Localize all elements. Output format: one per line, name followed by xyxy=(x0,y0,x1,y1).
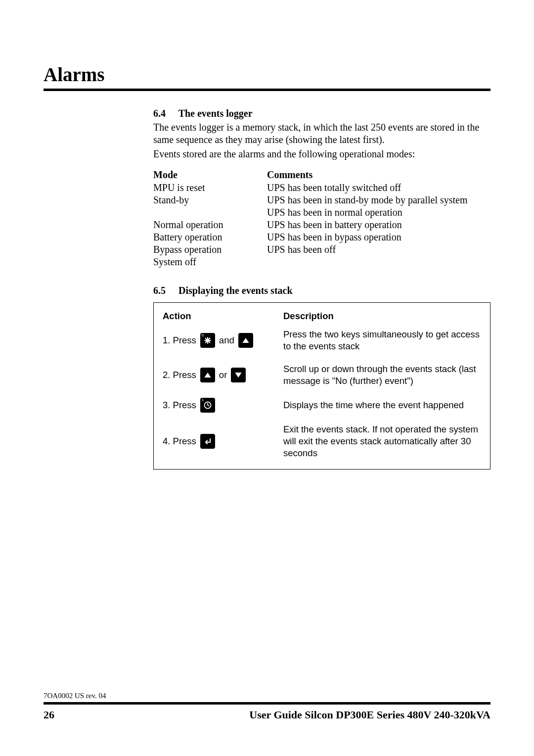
mode-cell: MPU is reset xyxy=(153,182,267,194)
comment-cell: UPS has been in stand-by mode by paralle… xyxy=(267,194,490,206)
table-row: 3. Press 1 Displays the time where the e… xyxy=(163,398,481,413)
down-key-icon xyxy=(231,368,246,382)
enter-key-icon xyxy=(200,434,215,449)
comment-cell: UPS has been in battery operation xyxy=(267,219,490,231)
header-rule xyxy=(44,89,490,91)
action-label: 4. Press xyxy=(163,436,196,447)
page: Alarms 6.4 The events logger The events … xyxy=(0,0,534,756)
section-number: 6.5 xyxy=(153,285,176,296)
mode-cell xyxy=(153,206,267,219)
description-col-header: Description xyxy=(283,311,481,322)
comment-cell: UPS has been in bypass operation xyxy=(267,231,490,243)
svg-line-9 xyxy=(208,405,209,406)
section-6-5-heading: 6.5 Displaying the events stack xyxy=(153,285,490,296)
comment-cell: UPS has been off xyxy=(267,243,490,256)
comment-cell: UPS has been in normal operation xyxy=(267,206,490,219)
table-row: 1. Press 0 and Press the two keys simult… xyxy=(163,329,481,352)
section-6-4-heading: 6.4 The events logger xyxy=(153,108,490,119)
description-cell: Press the two keys simultaneously to get… xyxy=(283,329,481,352)
doc-revision: 7OA0002 US rev. 04 xyxy=(44,692,490,700)
asterisk-0-key-icon: 0 xyxy=(200,333,215,348)
events-stack-table: Action Description 1. Press 0 and xyxy=(153,302,490,470)
table-row: 2. Press or Scroll up or down through th… xyxy=(163,363,481,387)
section-6-4-para2: Events stored are the alarms and the fol… xyxy=(153,148,490,160)
chapter-title: Alarms xyxy=(44,63,490,86)
comment-cell: UPS has been totally switched off xyxy=(267,182,490,194)
conj: and xyxy=(219,335,234,346)
section-title: Displaying the events stack xyxy=(178,285,293,296)
page-footer: 7OA0002 US rev. 04 26 User Guide Silcon … xyxy=(44,692,490,721)
section-title: The events logger xyxy=(178,108,253,119)
action-label: 1. Press xyxy=(163,335,196,346)
footer-rule xyxy=(44,702,490,705)
mode-cell: Normal operation xyxy=(153,219,267,231)
action-label: 3. Press xyxy=(163,400,196,411)
action-label: 2. Press xyxy=(163,370,196,380)
body-content: 6.4 The events logger The events logger … xyxy=(153,108,490,470)
svg-marker-6 xyxy=(235,373,242,378)
mode-cell: Bypass operation xyxy=(153,243,267,256)
up-key-icon xyxy=(200,368,215,382)
conj: or xyxy=(219,370,227,380)
mode-col-header: Mode xyxy=(153,169,267,181)
comments-col-header: Comments xyxy=(267,169,490,181)
section-number: 6.4 xyxy=(153,108,176,119)
up-key-icon xyxy=(238,333,253,348)
mode-table: Mode MPU is reset Stand-by Normal operat… xyxy=(153,169,490,268)
action-col-header: Action xyxy=(163,311,283,322)
mode-cell: System off xyxy=(153,256,267,268)
section-6-4-para1: The events logger is a memory stack, in … xyxy=(153,121,490,146)
svg-marker-5 xyxy=(204,373,211,378)
description-cell: Exit the events stack. If not operated t… xyxy=(283,424,481,459)
clock-1-key-icon: 1 xyxy=(200,398,215,413)
svg-marker-4 xyxy=(242,338,249,343)
mode-cell: Stand-by xyxy=(153,194,267,206)
guide-title: User Guide Silcon DP300E Series 480V 240… xyxy=(249,709,490,721)
description-cell: Displays the time where the event happen… xyxy=(283,399,481,411)
table-row: 4. Press Exit the events stack. If not o… xyxy=(163,424,481,459)
page-number: 26 xyxy=(44,709,54,721)
mode-cell: Battery operation xyxy=(153,231,267,243)
description-cell: Scroll up or down through the events sta… xyxy=(283,363,481,387)
